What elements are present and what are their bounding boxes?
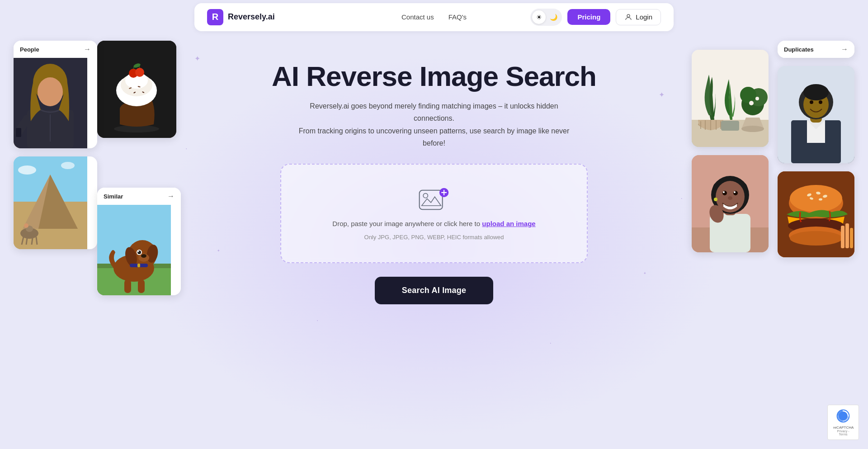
svg-point-89: [755, 97, 759, 100]
right-secondary-panels: [692, 50, 769, 252]
theme-toggle: ☀ 🌙: [530, 9, 562, 26]
navbar: R Reversely.ai Contact us FAQ's ☀ 🌙 Pric…: [0, 0, 868, 34]
drop-text: Drop, paste your image anywhere or click…: [332, 220, 480, 227]
logo-icon: R: [207, 9, 223, 25]
svg-point-42: [138, 251, 139, 252]
duplicates-card-header: Duplicates →: [778, 41, 854, 58]
svg-rect-49: [138, 279, 145, 293]
upload-formats: Only JPG, JPEG, PNG, WEBP, HEIC formats …: [364, 234, 504, 241]
search-button[interactable]: Search AI Image: [375, 277, 493, 304]
woman-svg: [692, 155, 769, 252]
svg-point-100: [734, 191, 736, 193]
recaptcha-badge: reCAPTCHA Privacy - Terms: [827, 405, 859, 440]
svg-point-97: [722, 191, 727, 195]
svg-point-101: [728, 196, 732, 200]
similar-arrow-icon[interactable]: →: [167, 192, 175, 200]
pyramid-svg: [14, 156, 87, 249]
hero-subtitle-line2: From tracking origins to uncovering unse…: [299, 127, 570, 147]
svg-line-19: [32, 238, 33, 245]
svg-point-3: [38, 77, 63, 106]
svg-point-99: [723, 191, 725, 193]
recaptcha-text: reCAPTCHA: [833, 425, 853, 430]
pyramid-card: [14, 156, 97, 249]
svg-point-105: [423, 193, 428, 198]
svg-point-9: [18, 165, 36, 175]
right-person-card: [778, 66, 854, 163]
right-burger-image: [778, 171, 854, 257]
svg-point-10: [61, 162, 75, 169]
svg-point-56: [810, 100, 813, 104]
theme-dark-button[interactable]: 🌙: [547, 10, 560, 24]
svg-rect-48: [124, 279, 131, 293]
svg-point-98: [733, 191, 738, 195]
people-arrow-icon[interactable]: →: [84, 45, 91, 53]
duplicates-label: Duplicates: [784, 46, 814, 53]
dog-image: [97, 205, 171, 295]
upload-link[interactable]: upload an image: [482, 220, 535, 227]
plants-svg: [692, 50, 769, 147]
svg-point-88: [749, 101, 754, 105]
brand-name: Reversely.ai: [228, 12, 275, 22]
upload-dropzone[interactable]: Drop, paste your image anywhere or click…: [280, 164, 588, 263]
similar-card: Similar →: [97, 188, 181, 295]
right-person-svg: [778, 66, 854, 163]
user-icon: [624, 13, 632, 21]
similar-panel: Similar →: [97, 188, 181, 295]
recaptcha-icon: [836, 409, 850, 423]
nav-links: Contact us FAQ's: [359, 13, 510, 21]
upload-icon: [419, 186, 449, 213]
right-plants-card: [692, 50, 769, 147]
recaptcha-terms: Privacy - Terms: [833, 430, 853, 436]
dog-svg: [97, 205, 171, 295]
similar-card-header: Similar →: [97, 188, 181, 205]
svg-point-70: [790, 231, 842, 246]
svg-rect-104: [420, 190, 443, 210]
svg-rect-73: [850, 228, 853, 248]
upload-text: Drop, paste your image anywhere or click…: [332, 220, 535, 227]
nav-inner: R Reversely.ai Contact us FAQ's ☀ 🌙 Pric…: [194, 3, 674, 31]
pyramid-image: [14, 156, 87, 249]
people-label: People: [20, 46, 39, 53]
right-image-panels: Duplicates →: [778, 41, 854, 257]
svg-rect-7: [16, 128, 21, 137]
duplicates-arrow-icon[interactable]: →: [841, 45, 848, 53]
svg-rect-71: [841, 226, 844, 248]
right-person-image: [778, 66, 854, 163]
svg-rect-83: [721, 121, 739, 131]
svg-line-18: [26, 238, 27, 245]
nav-actions: ☀ 🌙 Pricing Login: [509, 9, 661, 26]
sparkle-8: ·: [316, 317, 318, 325]
logo-letter: R: [212, 12, 218, 22]
login-button[interactable]: Login: [616, 9, 661, 25]
right-plants-image: [692, 50, 769, 147]
people-card: People →: [14, 41, 97, 148]
theme-light-button[interactable]: ☀: [532, 10, 546, 24]
svg-point-102: [714, 198, 717, 201]
people-svg: [14, 58, 87, 148]
svg-point-58: [803, 84, 829, 100]
duplicates-section: Duplicates →: [778, 41, 854, 58]
burger-svg: [778, 171, 854, 257]
svg-point-87: [740, 87, 756, 103]
svg-line-20: [36, 237, 37, 245]
svg-point-62: [790, 185, 842, 212]
sparkle-9: ·: [550, 339, 552, 347]
right-woman-card: [692, 155, 769, 252]
svg-rect-72: [845, 223, 849, 248]
right-woman-image: [692, 155, 769, 252]
contact-link[interactable]: Contact us: [401, 13, 434, 21]
svg-point-0: [627, 14, 630, 17]
svg-rect-47: [137, 264, 140, 267]
hero-title: AI Reverse Image Search: [272, 61, 596, 92]
pricing-button[interactable]: Pricing: [567, 9, 610, 25]
svg-point-84: [741, 126, 764, 132]
faq-link[interactable]: FAQ's: [448, 13, 467, 21]
people-image: [14, 58, 87, 148]
hero-subtitle-line1: Reversely.ai goes beyond merely finding …: [310, 102, 558, 122]
similar-label: Similar: [104, 193, 123, 200]
login-label: Login: [636, 13, 652, 21]
svg-point-57: [819, 100, 822, 104]
right-burger-card: [778, 171, 854, 257]
hero-subtitle: Reversely.ai goes beyond merely finding …: [289, 100, 579, 149]
right-top-group: Duplicates →: [778, 41, 854, 58]
